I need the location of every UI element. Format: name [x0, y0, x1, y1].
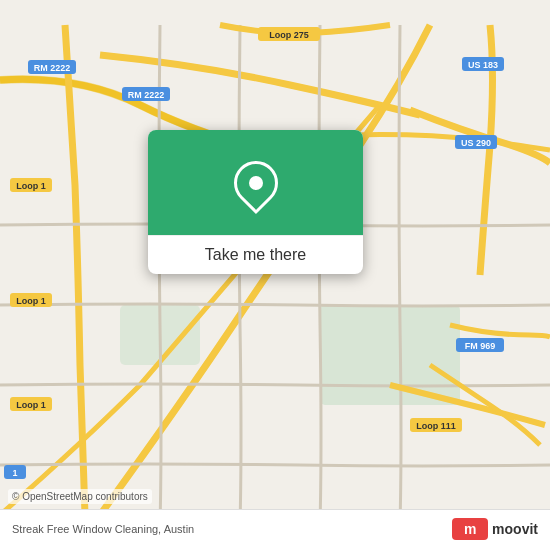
- popup-header: [148, 130, 363, 235]
- take-me-there-button[interactable]: Take me there: [148, 235, 363, 274]
- location-name: Streak Free Window Cleaning, Austin: [12, 523, 194, 535]
- svg-text:RM 2222: RM 2222: [128, 90, 165, 100]
- svg-text:RM 2222: RM 2222: [34, 63, 71, 73]
- svg-text:Loop 111: Loop 111: [416, 421, 456, 431]
- bottom-bar: Streak Free Window Cleaning, Austin m mo…: [0, 509, 550, 550]
- svg-text:Loop 1: Loop 1: [16, 400, 46, 410]
- svg-text:Loop 1: Loop 1: [16, 181, 46, 191]
- location-popup: Take me there: [148, 130, 363, 274]
- svg-text:Loop 275: Loop 275: [269, 30, 309, 40]
- moovit-wordmark: moovit: [492, 521, 538, 537]
- location-pin-icon: [224, 151, 286, 213]
- map-attribution: © OpenStreetMap contributors: [8, 489, 152, 504]
- map-container: Loop 275 RM 2222 RM 2222 US 183 US 290 L…: [0, 0, 550, 550]
- moovit-m-icon: m: [452, 518, 488, 540]
- svg-text:FM 969: FM 969: [465, 341, 496, 351]
- svg-text:Loop 1: Loop 1: [16, 296, 46, 306]
- svg-text:1: 1: [12, 468, 17, 478]
- svg-rect-0: [320, 305, 460, 405]
- svg-text:US 183: US 183: [468, 60, 498, 70]
- moovit-logo[interactable]: m moovit: [452, 518, 538, 540]
- map-roads: Loop 275 RM 2222 RM 2222 US 183 US 290 L…: [0, 0, 550, 550]
- svg-text:US 290: US 290: [461, 138, 491, 148]
